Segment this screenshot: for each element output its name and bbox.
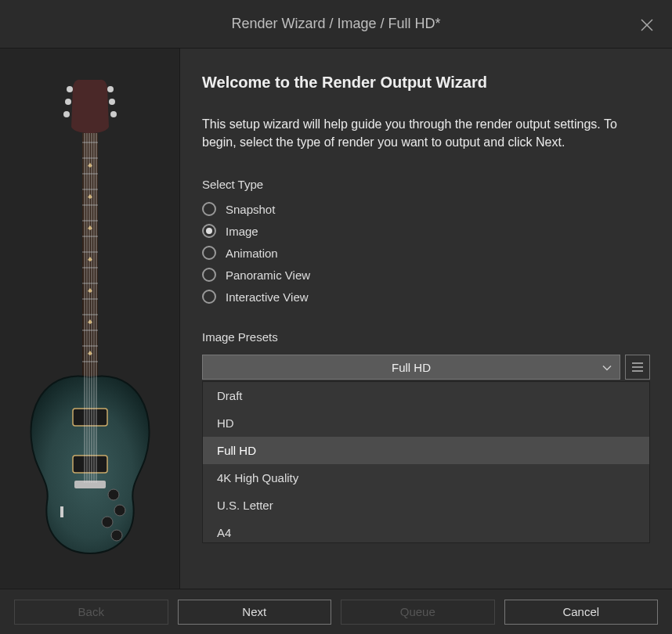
preset-list-button[interactable] xyxy=(625,355,650,380)
svg-point-4 xyxy=(63,111,70,117)
svg-rect-26 xyxy=(73,456,107,473)
radio-icon xyxy=(202,246,216,260)
svg-rect-25 xyxy=(73,409,107,426)
svg-rect-32 xyxy=(60,506,63,517)
guitar-preview-image xyxy=(20,72,161,557)
svg-point-6 xyxy=(109,99,115,105)
preset-option[interactable]: 4K High Quality xyxy=(203,464,649,492)
cancel-button-label: Cancel xyxy=(562,605,599,618)
main-panel: Welcome to the Render Output Wizard This… xyxy=(180,49,672,589)
close-button[interactable] xyxy=(636,14,658,36)
render-type-option[interactable]: Panoramic View xyxy=(202,268,650,282)
radio-icon xyxy=(202,202,216,216)
render-type-option[interactable]: Snapshot xyxy=(202,202,650,216)
render-type-label: Animation xyxy=(226,247,278,260)
render-type-option[interactable]: Interactive View xyxy=(202,290,650,304)
svg-point-7 xyxy=(110,111,117,117)
render-type-group: SnapshotImageAnimationPanoramic ViewInte… xyxy=(202,202,650,304)
list-icon xyxy=(631,362,644,373)
svg-point-2 xyxy=(67,86,73,92)
close-icon xyxy=(639,17,655,33)
next-button-label: Next xyxy=(242,605,266,618)
render-type-label: Panoramic View xyxy=(226,268,310,282)
svg-point-28 xyxy=(108,489,119,500)
body: Welcome to the Render Output Wizard This… xyxy=(0,49,672,589)
svg-rect-27 xyxy=(74,481,106,488)
radio-icon xyxy=(202,268,216,282)
radio-icon xyxy=(202,224,216,238)
back-button: Back xyxy=(14,600,168,625)
cancel-button[interactable]: Cancel xyxy=(504,600,659,625)
queue-button: Queue xyxy=(341,600,495,625)
svg-point-31 xyxy=(111,530,122,541)
next-button[interactable]: Next xyxy=(178,600,332,625)
svg-point-30 xyxy=(102,517,113,528)
render-type-label: Image xyxy=(226,225,258,238)
svg-point-3 xyxy=(65,99,71,105)
preset-option[interactable]: Draft xyxy=(203,382,649,409)
svg-point-29 xyxy=(114,505,125,516)
preset-select[interactable]: Full HD xyxy=(202,355,620,380)
render-type-option[interactable]: Image xyxy=(202,224,650,238)
preset-option[interactable]: A4 xyxy=(203,519,649,542)
render-type-label: Snapshot xyxy=(226,203,275,216)
select-type-label: Select Type xyxy=(202,178,650,191)
preset-option[interactable]: Full HD xyxy=(203,437,649,464)
preset-select-value: Full HD xyxy=(392,361,431,374)
svg-point-5 xyxy=(107,86,114,92)
render-type-label: Interactive View xyxy=(226,290,309,304)
image-presets-label: Image Presets xyxy=(202,330,650,344)
preset-option[interactable]: U.S. Letter xyxy=(203,492,649,519)
page-heading: Welcome to the Render Output Wizard xyxy=(202,74,650,92)
window-title: Render Wizard / Image / Full HD* xyxy=(231,16,440,32)
preset-option[interactable]: HD xyxy=(203,409,649,437)
preset-row: Full HD xyxy=(202,355,650,380)
titlebar: Render Wizard / Image / Full HD* xyxy=(0,0,672,49)
preset-dropdown: DraftHDFull HD4K High QualityU.S. Letter… xyxy=(202,381,650,543)
intro-text: This setup wizard will help guide you th… xyxy=(202,115,641,151)
radio-icon xyxy=(202,290,216,304)
render-wizard-window: Render Wizard / Image / Full HD* xyxy=(0,0,672,634)
sidebar-preview xyxy=(0,49,180,589)
back-button-label: Back xyxy=(78,605,104,618)
footer: Back Next Queue Cancel xyxy=(0,589,672,634)
queue-button-label: Queue xyxy=(400,605,435,618)
chevron-down-icon xyxy=(602,361,612,374)
render-type-option[interactable]: Animation xyxy=(202,246,650,260)
